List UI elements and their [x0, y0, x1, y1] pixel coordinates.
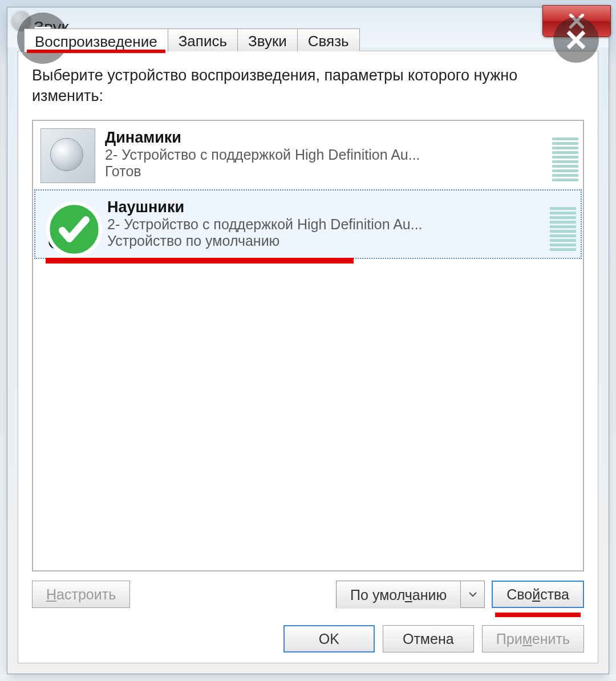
configure-button[interactable]: Настроить: [32, 581, 130, 608]
tab-recording[interactable]: Запись: [168, 29, 238, 51]
button-label: Отмена: [403, 631, 454, 647]
device-text: Наушники 2- Устройство с поддержкой High…: [107, 196, 542, 249]
tab-strip: Воспроизведение Запись Звуки Связь: [24, 29, 359, 51]
device-list[interactable]: Динамики 2- Устройство с поддержкой High…: [32, 120, 584, 571]
chevron-down-icon: [468, 591, 477, 598]
annotation-underline: [495, 613, 581, 617]
headphones-icon: [41, 196, 99, 254]
device-name: Наушники: [107, 198, 542, 216]
instruction-text: Выберите устройство воспроизведения, пар…: [32, 65, 584, 107]
device-text: Динамики 2- Устройство с поддержкой High…: [105, 127, 544, 180]
level-meter: [552, 127, 578, 181]
device-item-headphones[interactable]: Наушники 2- Устройство с поддержкой High…: [34, 189, 582, 259]
annotation-underline: [46, 258, 354, 264]
tab-label: Запись: [179, 33, 227, 50]
device-description: 2- Устройство с поддержкой High Definiti…: [107, 216, 501, 233]
device-item-speakers[interactable]: Динамики 2- Устройство с поддержкой High…: [33, 121, 583, 188]
dialog-button-row: OK Отмена Применить: [283, 625, 584, 652]
properties-button[interactable]: Свойства: [492, 581, 584, 608]
level-meter: [550, 196, 576, 251]
cancel-button[interactable]: Отмена: [383, 625, 474, 652]
tab-buttons-row: Настроить По умолчанию Свойства: [32, 581, 584, 608]
device-name: Динамики: [105, 129, 544, 147]
tab-label: Звуки: [248, 33, 287, 50]
close-icon: [564, 28, 588, 52]
tab-playback[interactable]: Воспроизведение: [24, 29, 168, 52]
device-description: 2- Устройство с поддержкой High Definiti…: [105, 147, 499, 163]
apply-button[interactable]: Применить: [482, 625, 584, 652]
tab-sounds[interactable]: Звуки: [237, 29, 298, 51]
dialog-content: Воспроизведение Запись Звуки Связь Выбер…: [18, 51, 598, 663]
button-label: OK: [319, 631, 339, 647]
device-status: Готов: [105, 163, 544, 180]
button-label: По умолчанию: [350, 587, 447, 603]
set-default-dropdown[interactable]: [460, 581, 484, 607]
tab-label: Связь: [308, 33, 349, 50]
button-label: Свойства: [506, 586, 569, 603]
annotation-underline: [27, 50, 165, 53]
tab-label: Воспроизведение: [35, 33, 157, 51]
device-status: Устройство по умолчанию: [107, 233, 542, 249]
default-device-badge: [46, 201, 103, 258]
tab-communications[interactable]: Связь: [297, 29, 360, 51]
button-label: Настроить: [46, 586, 116, 603]
viewer-close-button[interactable]: [553, 17, 599, 63]
button-label: Применить: [496, 631, 570, 647]
set-default-split-button[interactable]: По умолчанию: [336, 581, 485, 608]
sound-dialog-window: Звук Воспроизведение Запись Звуки Связь …: [7, 7, 609, 674]
speaker-icon: [39, 127, 97, 185]
ok-button[interactable]: OK: [283, 625, 375, 652]
